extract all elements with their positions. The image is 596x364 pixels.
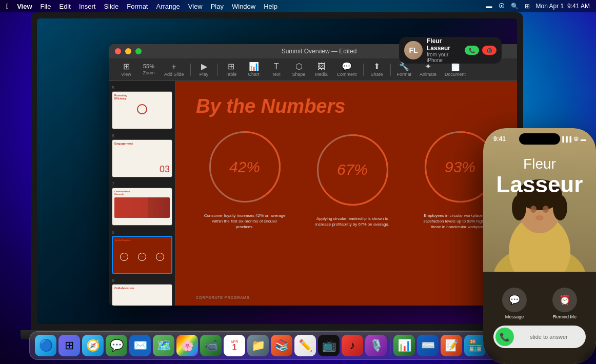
window-title: Summit Overview — Edited: [282, 48, 357, 55]
slide-content-6: Engagement 03: [112, 140, 172, 177]
fullscreen-button[interactable]: [135, 48, 142, 54]
incoming-call-notification[interactable]: FL Fleur Lasseur from your iPhone 📞 📵: [399, 37, 502, 64]
media-icon: 🖼: [317, 63, 326, 71]
dock-app-photos[interactable]: 🌸: [176, 335, 198, 356]
file-menu[interactable]: File: [41, 3, 51, 10]
toolbar-divider-4: [390, 64, 391, 76]
toolbar-add-slide[interactable]: ＋ Add Slide: [160, 62, 188, 78]
circle-42-text: 42%: [229, 158, 260, 176]
toolbar-chart[interactable]: 📊 Chart: [243, 62, 265, 78]
slide-img-5[interactable]: PromotingEfficiency: [112, 91, 172, 129]
keynote-window: Summit Overview — Edited ⊞ View 55% Zoom…: [109, 44, 517, 306]
slide5-title: PromotingEfficiency: [114, 94, 170, 100]
slide5-circle: [137, 104, 147, 114]
wifi-status-icon: ⦿: [573, 136, 579, 142]
dock-app-launchpad[interactable]: ⊞: [58, 335, 80, 356]
slide8-circle-42: 42%: [120, 253, 128, 261]
animate-label: Animate: [420, 72, 436, 77]
svg-point-10: [512, 195, 526, 220]
slide9-title: Collaboration: [114, 287, 170, 290]
insert-menu[interactable]: Insert: [79, 3, 96, 10]
dock-app-music[interactable]: ♪: [342, 335, 363, 356]
dock-app-facetime[interactable]: 📹: [200, 335, 222, 356]
dock-app-keynote[interactable]: ⌨️: [417, 335, 439, 356]
slide-thumb-7[interactable]: 7 CommunicationChannels: [112, 181, 172, 226]
desktop:  View File Edit Insert Slide Format Arr…: [0, 0, 596, 364]
window-menu[interactable]: Window: [232, 3, 255, 10]
slide-img-8-active[interactable]: By the Numbers 42% 67% 93%: [112, 236, 172, 274]
toolbar-format[interactable]: 🔧 Format: [393, 62, 416, 78]
toolbar-document[interactable]: 📄 Document: [441, 62, 470, 78]
remind-action-icon: ⏰: [559, 294, 570, 306]
arrange-menu[interactable]: Arrange: [156, 3, 180, 10]
dock-app-numbers[interactable]: 📊: [393, 335, 415, 356]
slide-thumb-6[interactable]: 6 Engagement 03: [112, 133, 172, 177]
slide-to-answer[interactable]: 📞 slide to answer: [493, 326, 586, 348]
slide-num-9: 9: [112, 278, 172, 283]
slide-menu[interactable]: Slide: [104, 3, 118, 10]
circle-42-caption: Consumer loyalty increases 42% on averag…: [204, 213, 286, 230]
slide-thumb-5[interactable]: 5 PromotingEfficiency: [112, 85, 172, 129]
slide-thumb-8[interactable]: 8 By the Numbers 42% 67% 93%: [112, 230, 172, 274]
laptop-body: FL Fleur Lasseur from your iPhone 📞 📵 S: [31, 12, 523, 330]
slide-content-9: Collaboration 04: [112, 285, 172, 306]
dock-app-mail[interactable]: ✉️: [129, 335, 151, 356]
toolbar-zoom[interactable]: 55% Zoom: [137, 63, 160, 76]
toolbar-animate[interactable]: ✦ Animate: [415, 62, 441, 78]
dock-app-podcast[interactable]: 🎙️: [365, 335, 387, 356]
help-menu[interactable]: Help: [264, 3, 277, 10]
slide-thumb-9[interactable]: 9 Collaboration 04: [112, 278, 172, 306]
dock-app-appstore[interactable]: 🏪: [464, 335, 486, 356]
dock-app-calendar[interactable]: APR 1: [224, 335, 245, 356]
text-label: Text: [272, 72, 281, 77]
iphone-status-icons: ▐▐▐ ⦿ ▬: [561, 135, 586, 143]
toolbar-media[interactable]: 🖼 Media: [310, 62, 333, 78]
main-canvas[interactable]: By the Numbers 42%: [175, 81, 517, 306]
zoom-label: Zoom: [143, 70, 154, 75]
toolbar-shape[interactable]: ⬡ Shape: [288, 62, 310, 78]
dock-app-freeform[interactable]: ✏️: [294, 335, 316, 356]
slide-img-9[interactable]: Collaboration 04: [112, 284, 172, 306]
app-name-menu[interactable]: View: [17, 3, 32, 10]
control-center-icon[interactable]: ⊞: [525, 3, 530, 10]
slide-img-7[interactable]: CommunicationChannels: [112, 188, 172, 226]
slide6-title: Engagement: [114, 142, 170, 145]
toolbar-text[interactable]: T Text: [265, 62, 288, 78]
slide-num-7: 7: [112, 181, 172, 187]
call-action-remind[interactable]: ⏰ Remind Me: [552, 288, 577, 319]
dock-app-finder[interactable]: 🔵: [35, 335, 56, 356]
svg-point-14: [535, 215, 544, 220]
edit-menu[interactable]: Edit: [59, 3, 70, 10]
dock-app-maps[interactable]: 🗺️: [153, 335, 174, 356]
play-menu[interactable]: Play: [211, 3, 224, 10]
svg-point-11: [553, 195, 567, 220]
apple-menu[interactable]: : [6, 2, 9, 10]
toolbar-play[interactable]: ▶ Play: [193, 62, 215, 78]
dock-app-appletv[interactable]: 📺: [318, 335, 340, 356]
toolbar-share[interactable]: ⬆ Share: [366, 62, 388, 78]
slide-img-6[interactable]: Engagement 03: [112, 139, 172, 177]
dock-app-books[interactable]: 📚: [271, 335, 292, 356]
slide-num-5: 5: [112, 85, 172, 90]
dock-app-messages[interactable]: 💬: [106, 335, 127, 356]
slide-panel[interactable]: 5 PromotingEfficiency: [109, 81, 175, 306]
format-menu[interactable]: Format: [127, 3, 148, 10]
shape-label: Shape: [292, 72, 306, 77]
view-icon: ⊞: [123, 63, 130, 71]
toolbar-view[interactable]: ⊞ View: [115, 62, 137, 78]
caller-name-notification: Fleur Lasseur: [427, 37, 461, 52]
dock-app-safari[interactable]: 🧭: [82, 335, 104, 356]
toolbar-table[interactable]: ⊞ Table: [220, 62, 243, 78]
search-icon[interactable]: 🔍: [511, 3, 519, 10]
minimize-button[interactable]: [125, 48, 131, 54]
decline-call-button[interactable]: 📵: [482, 46, 496, 55]
call-quick-actions: 💬 Message ⏰ Remind Me: [489, 288, 590, 319]
answer-call-button[interactable]: 📞: [465, 46, 479, 55]
call-action-message[interactable]: 💬 Message: [502, 288, 527, 319]
dock-app-files[interactable]: 📁: [247, 335, 269, 356]
view-menu[interactable]: View: [188, 3, 203, 10]
dock-app-pages[interactable]: 📝: [441, 335, 462, 356]
toolbar-comment[interactable]: 💬 Comment: [333, 62, 361, 78]
close-button[interactable]: [115, 48, 121, 54]
laptop-screen: FL Fleur Lasseur from your iPhone 📞 📵 S: [37, 18, 517, 324]
